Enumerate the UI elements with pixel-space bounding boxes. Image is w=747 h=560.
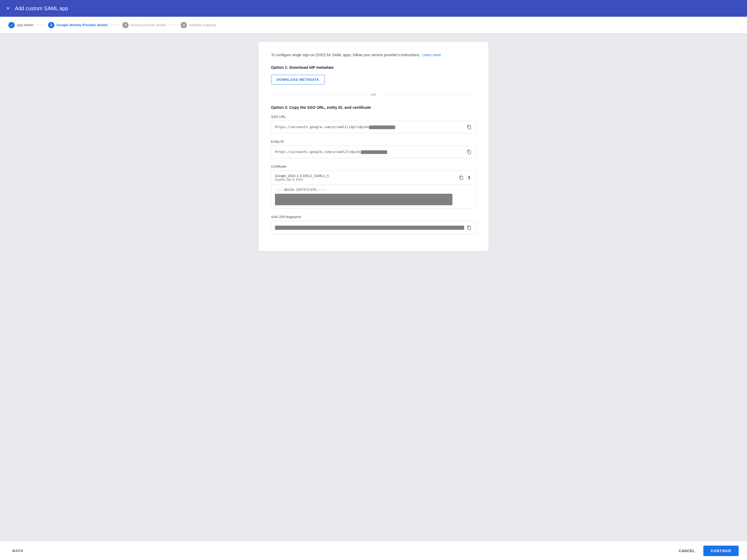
- certificate-group: Certificate Google_2024-1-3-18511_SAML2_…: [271, 164, 476, 209]
- continue-button[interactable]: CONTINUE: [703, 545, 739, 556]
- sso-url-copy-button[interactable]: [466, 124, 472, 130]
- content-card: To configure single sign-on (SSO) for SA…: [258, 42, 489, 251]
- entity-id-prefix: https://accounts.google.com/o/saml2?idpi…: [275, 150, 361, 154]
- entity-id-group: Entity ID https://accounts.google.com/o/…: [271, 139, 476, 158]
- step-4: 4 Attribute mapping: [181, 22, 216, 28]
- cert-content: -----BEGIN CERTIFICATE-----: [271, 185, 476, 208]
- or-divider: OR: [271, 93, 476, 97]
- stepper: App details 2 Google Identity Provider d…: [0, 17, 747, 33]
- close-button[interactable]: ×: [6, 5, 10, 11]
- or-line-right: [380, 95, 476, 95]
- download-metadata-button[interactable]: DOWNLOAD METADATA: [271, 75, 325, 84]
- intro-paragraph: To configure single sign-on (SSO) for SA…: [271, 52, 476, 58]
- certificate-box: Google_2024-1-3-18511_SAML2_0 Expires Ja…: [271, 171, 476, 209]
- cert-header: Google_2024-1-3-18511_SAML2_0 Expires Ja…: [271, 171, 476, 185]
- main-content: To configure single sign-on (SSO) for SA…: [0, 33, 747, 541]
- sso-url-group: SSO URL https://accounts.google.com/o/sa…: [271, 115, 476, 133]
- footer: BACK CANCEL CONTINUE: [0, 541, 747, 560]
- certificate-label: Certificate: [271, 164, 476, 168]
- entity-id-field: https://accounts.google.com/o/saml2?idpi…: [271, 146, 476, 158]
- learn-more-link[interactable]: Learn more: [422, 53, 441, 57]
- sso-url-label: SSO URL: [271, 115, 476, 119]
- or-text: OR: [371, 93, 377, 97]
- dialog-title: Add custom SAML app: [15, 5, 68, 11]
- sha256-value-redacted: [275, 226, 464, 230]
- intro-text-content: To configure single sign-on (SSO) for SA…: [271, 53, 420, 57]
- sha256-group: SHA-256 fingerprint: [271, 215, 476, 234]
- option1-title: Option 1: Download IdP metadata: [271, 65, 476, 70]
- sso-url-prefix: https://accounts.google.com/o/saml2/idp?…: [275, 125, 369, 129]
- sha256-label: SHA-256 fingerprint: [271, 215, 476, 219]
- sha256-field: [271, 221, 476, 234]
- cert-data-redacted: [275, 194, 453, 205]
- or-line-left: [271, 95, 367, 95]
- step-4-circle: 4: [181, 22, 187, 28]
- option2-title: Option 2: Copy the SSO URL, entity ID, a…: [271, 105, 476, 109]
- cert-copy-button[interactable]: [459, 175, 464, 181]
- cert-name: Google_2024-1-3-18511_SAML2_0: [275, 174, 456, 178]
- step-1-circle: [8, 22, 15, 28]
- step-2-circle: 2: [48, 22, 54, 28]
- sso-url-field: https://accounts.google.com/o/saml2/idp?…: [271, 121, 476, 133]
- cancel-button[interactable]: CANCEL: [672, 545, 701, 556]
- sso-url-redacted: [369, 126, 395, 129]
- step-3-label: Service provider details: [131, 23, 166, 27]
- entity-id-redacted: [361, 150, 387, 154]
- step-2-label: Google Identity Provider details: [56, 23, 108, 27]
- step-2: 2 Google Identity Provider details: [48, 22, 108, 28]
- step-1: App details: [8, 22, 33, 28]
- entity-id-copy-button[interactable]: [466, 149, 472, 155]
- step-1-label: App details: [17, 23, 33, 27]
- sso-url-value: https://accounts.google.com/o/saml2/idp?…: [275, 125, 464, 129]
- entity-id-label: Entity ID: [271, 139, 476, 144]
- sha256-copy-button[interactable]: [466, 225, 472, 231]
- entity-id-value: https://accounts.google.com/o/saml2?idpi…: [275, 150, 464, 154]
- footer-right: CANCEL CONTINUE: [672, 545, 739, 556]
- cert-expiry: Expires Jan 3, 2024: [275, 178, 456, 181]
- step-3-circle: 3: [122, 22, 129, 28]
- cert-download-button[interactable]: [466, 175, 472, 181]
- cert-begin-text: -----BEGIN CERTIFICATE-----: [275, 188, 472, 192]
- step-4-label: Attribute mapping: [189, 23, 216, 27]
- step-3: 3 Service provider details: [122, 22, 166, 28]
- dialog-header: × Add custom SAML app: [0, 0, 747, 17]
- back-button[interactable]: BACK: [8, 546, 28, 555]
- cert-name-row: Google_2024-1-3-18511_SAML2_0 Expires Ja…: [275, 174, 456, 181]
